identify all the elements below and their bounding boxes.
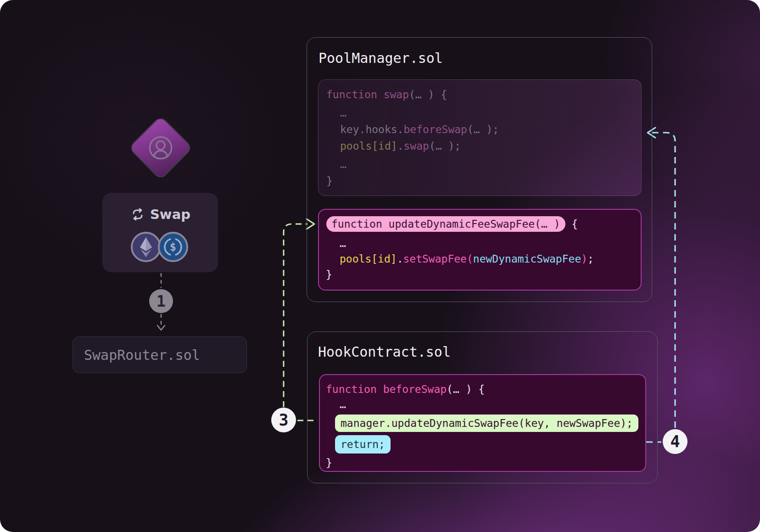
- step-badge-1: 1: [149, 289, 173, 313]
- code-line: …: [326, 105, 641, 121]
- code-line: …: [326, 398, 645, 411]
- swap-card: Swap: [102, 193, 218, 272]
- step-number: 1: [156, 292, 166, 310]
- code-line: key.hooks.beforeSwap(… );: [326, 121, 641, 138]
- code-token: ): [581, 253, 587, 265]
- code-token: …: [340, 158, 346, 170]
- code-line: pools[id].setSwapFee(newDynamicSwapFee);: [326, 251, 641, 267]
- pink-highlight-pill: function updateDynamicFeeSwapFee(… ): [326, 216, 565, 232]
- code-line: }: [326, 455, 645, 470]
- code-line: function swap(… ) {: [326, 86, 641, 103]
- code-token: (: [467, 253, 473, 265]
- diagram-canvas: Swap $ 1 SwapRouter.sol PoolManager.sol …: [0, 0, 760, 532]
- code-token: (… ) {: [447, 383, 485, 395]
- svg-text:$: $: [170, 241, 176, 253]
- code-token: pools[id]: [340, 140, 397, 152]
- code-token: newDynamicSwapFee: [473, 253, 581, 265]
- code-token: .: [397, 140, 404, 152]
- code-token: swap: [403, 140, 429, 152]
- code-line: function updateDynamicFeeSwapFee(… ) {: [326, 215, 641, 233]
- code-line: return;: [326, 433, 645, 455]
- code-line: pools[id].swap(… );: [326, 138, 641, 154]
- code-token: beforeSwap: [383, 383, 447, 395]
- step-number: 4: [670, 432, 680, 451]
- code-token: manager.updateDynamicSwapFee(key, newSwa…: [341, 417, 633, 429]
- code-token: (… ) {: [409, 89, 447, 101]
- green-highlight-pill: manager.updateDynamicSwapFee(key, newSwa…: [335, 414, 638, 432]
- code-token: (… );: [467, 123, 499, 135]
- code-token: {: [565, 218, 578, 230]
- code-token: function: [326, 383, 383, 395]
- swap-icon: [130, 208, 145, 220]
- hook-contract-title: HookContract.sol: [318, 344, 451, 360]
- code-line: }: [326, 267, 641, 282]
- step3-elbow-dash: [284, 224, 307, 407]
- cyan-highlight-pill: return;: [335, 435, 391, 454]
- code-token: key.hooks.: [340, 123, 403, 135]
- code-token: return;: [341, 438, 385, 450]
- swap-router-box: SwapRouter.sol: [73, 336, 247, 373]
- code-token: pools[id]: [340, 253, 397, 265]
- code-token: …: [340, 237, 346, 249]
- swap-router-label: SwapRouter.sol: [84, 347, 200, 363]
- code-token: .: [397, 253, 403, 265]
- arrow-down-icon: [157, 325, 165, 330]
- code-token: swap: [384, 89, 409, 101]
- code-line: manager.updateDynamicSwapFee(key, newSwa…: [326, 413, 645, 433]
- swap-card-header: Swap: [102, 207, 218, 222]
- code-token: function updateDynamicFeeSwapFee(… ): [331, 218, 560, 230]
- swap-label: Swap: [150, 207, 190, 222]
- code-line: function beforeSwap(… ) {: [326, 381, 645, 398]
- pool-manager-update-fee-code-block: function updateDynamicFeeSwapFee(… ) {…p…: [318, 209, 642, 291]
- code-token: …: [340, 398, 346, 410]
- code-token: beforeSwap: [403, 123, 467, 135]
- step-badge-3: 3: [271, 408, 296, 432]
- user-icon: [148, 135, 173, 161]
- code-token: }: [326, 175, 333, 187]
- hook-contract-before-swap-code-block: function beforeSwap(… ) {…manager.update…: [319, 374, 646, 472]
- code-token: setSwapFee: [403, 253, 466, 265]
- step-badge-4: 4: [663, 429, 687, 454]
- code-token: }: [326, 269, 332, 280]
- code-line: …: [326, 156, 641, 173]
- eth-coin-icon: [131, 232, 161, 262]
- code-token: function: [326, 89, 384, 101]
- usdc-coin-icon: $: [158, 232, 188, 262]
- pool-manager-title: PoolManager.sol: [319, 50, 443, 66]
- step-number: 3: [279, 411, 288, 429]
- code-token: …: [340, 107, 346, 119]
- code-token: }: [326, 457, 332, 469]
- code-line: }: [326, 173, 641, 189]
- code-token: ;: [587, 253, 594, 265]
- code-token: (… );: [429, 140, 461, 152]
- code-line: …: [326, 235, 641, 251]
- pool-manager-swap-code-block: function swap(… ) {…key.hooks.beforeSwap…: [318, 79, 642, 196]
